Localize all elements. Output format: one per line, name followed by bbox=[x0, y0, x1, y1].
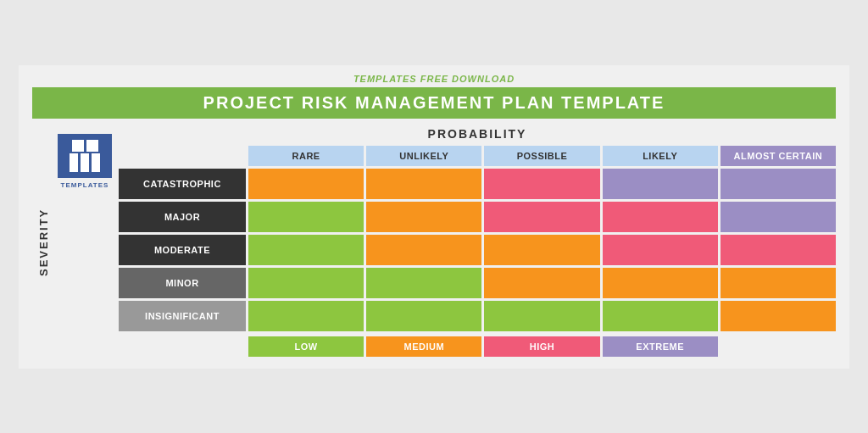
logo-block-3 bbox=[70, 153, 78, 172]
cell-r0-c1 bbox=[366, 169, 481, 199]
cell-r4-c4 bbox=[721, 301, 836, 331]
col-header-unlikely: UNLIKELY bbox=[366, 146, 481, 166]
legend-row: LOWMEDIUMHIGHEXTREME bbox=[119, 336, 836, 357]
logo-block-2 bbox=[86, 140, 98, 152]
cell-r4-c0 bbox=[248, 301, 364, 331]
legend-spacer bbox=[119, 336, 246, 357]
cell-r2-c3 bbox=[603, 235, 718, 265]
templates-label: TEMPLATES FREE DOWNLOAD bbox=[32, 74, 836, 84]
cell-r1-c3 bbox=[603, 202, 718, 232]
cell-r2-c2 bbox=[484, 235, 599, 265]
cell-r0-c3 bbox=[603, 169, 718, 199]
logo-area: TEMPLATES bbox=[51, 127, 119, 357]
logo-block-5 bbox=[92, 153, 100, 172]
col-header-rare: RARE bbox=[248, 146, 364, 166]
logo-block-1 bbox=[72, 140, 84, 152]
cell-r4-c1 bbox=[366, 301, 481, 331]
probability-label: PROBABILITY bbox=[119, 127, 836, 141]
row-label-insignificant: INSIGNIFICANT bbox=[119, 301, 246, 331]
main-container: TEMPLATES FREE DOWNLOAD PROJECT RISK MAN… bbox=[19, 65, 849, 369]
logo-box bbox=[58, 134, 112, 178]
row-label-catastrophic: CATASTROPHIC bbox=[119, 169, 246, 199]
cell-r3-c0 bbox=[248, 268, 364, 298]
cell-r1-c1 bbox=[366, 202, 481, 232]
col-header-almost-certain: ALMOST CERTAIN bbox=[721, 146, 836, 166]
cell-r3-c2 bbox=[484, 268, 599, 298]
cell-r1-c4 bbox=[721, 202, 836, 232]
table-row: INSIGNIFICANT bbox=[119, 301, 836, 331]
legend-item-extreme: EXTREME bbox=[603, 336, 718, 357]
cell-r3-c3 bbox=[603, 268, 718, 298]
table-row: CATASTROPHIC bbox=[119, 169, 836, 199]
cell-r4-c3 bbox=[603, 301, 718, 331]
logo-row-top bbox=[72, 140, 98, 152]
cell-r4-c2 bbox=[484, 301, 599, 331]
logo-text: TEMPLATES bbox=[61, 181, 109, 189]
cell-r3-c1 bbox=[366, 268, 481, 298]
cell-r1-c2 bbox=[484, 202, 599, 232]
cell-r2-c1 bbox=[366, 235, 481, 265]
grid-area: PROBABILITY RAREUNLIKELYPOSSIBLELIKELYAL… bbox=[119, 127, 836, 357]
table-row: MAJOR bbox=[119, 202, 836, 232]
legend-item-low: LOW bbox=[248, 336, 364, 357]
col-header-likely: LIKELY bbox=[603, 146, 718, 166]
col-header-possible: POSSIBLE bbox=[484, 146, 599, 166]
legend-item-medium: MEDIUM bbox=[366, 336, 481, 357]
col-headers: RAREUNLIKELYPOSSIBLELIKELYALMOST CERTAIN bbox=[119, 146, 836, 166]
cell-r0-c4 bbox=[721, 169, 836, 199]
logo-block-4 bbox=[81, 153, 89, 172]
legend-item-high: HIGH bbox=[484, 336, 599, 357]
cell-r3-c4 bbox=[721, 268, 836, 298]
row-label-minor: MINOR bbox=[119, 268, 246, 298]
grid-rows: CATASTROPHICMAJORMODERATEMINORINSIGNIFIC… bbox=[119, 169, 836, 331]
row-label-moderate: MODERATE bbox=[119, 235, 246, 265]
table-row: MODERATE bbox=[119, 235, 836, 265]
cell-r2-c0 bbox=[248, 235, 364, 265]
cell-r0-c2 bbox=[484, 169, 599, 199]
severity-label: SEVERITY bbox=[32, 127, 51, 357]
logo-row-bottom bbox=[70, 153, 100, 172]
col-header-spacer bbox=[119, 146, 246, 166]
cell-r2-c4 bbox=[721, 235, 836, 265]
page-title: PROJECT RISK MANAGEMENT PLAN TEMPLATE bbox=[32, 87, 836, 119]
cell-r1-c0 bbox=[248, 202, 364, 232]
table-row: MINOR bbox=[119, 268, 836, 298]
main-content: SEVERITY TEMPLATES PROBABILITY RAREUNLIK… bbox=[32, 127, 836, 357]
cell-r0-c0 bbox=[248, 169, 364, 199]
row-label-major: MAJOR bbox=[119, 202, 246, 232]
legend-item-empty bbox=[721, 336, 836, 357]
